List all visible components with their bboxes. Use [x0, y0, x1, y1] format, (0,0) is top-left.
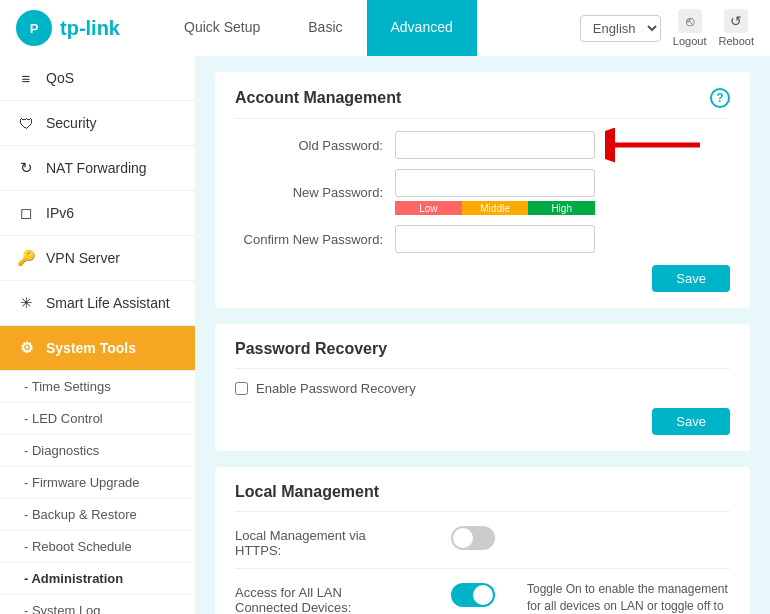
sidebar-item-nat[interactable]: ↻ NAT Forwarding [0, 146, 195, 191]
access-toggle-container [451, 581, 495, 607]
logout-icon: ⎋ [678, 9, 702, 33]
https-mgmt-row: Local Management viaHTTPS: [235, 524, 730, 569]
logo-text: tp-link [60, 17, 120, 40]
strength-middle: Middle [462, 201, 529, 215]
account-management-section: Account Management ? Old Password: [215, 72, 750, 308]
content-area: Account Management ? Old Password: [195, 56, 770, 614]
access-toggle[interactable] [451, 583, 495, 607]
recovery-save-row: Save [235, 408, 730, 435]
old-password-label: Old Password: [235, 138, 395, 153]
old-password-input[interactable] [395, 131, 595, 159]
confirm-password-row: Confirm New Password: [235, 225, 730, 253]
recovery-save-button[interactable]: Save [652, 408, 730, 435]
enable-recovery-row: Enable Password Recovery [235, 381, 730, 396]
strength-low: Low [395, 201, 462, 215]
red-arrow-icon [605, 125, 705, 165]
security-icon: 🛡 [16, 113, 36, 133]
new-password-input[interactable] [395, 169, 595, 197]
access-label: Access for All LANConnected Devices: [235, 581, 435, 614]
sidebar-item-security[interactable]: 🛡 Security [0, 101, 195, 146]
sidebar: ≡ QoS 🛡 Security ↻ NAT Forwarding ◻ IPv6… [0, 56, 195, 614]
old-password-row: Old Password: [235, 131, 730, 159]
access-devices-row: Access for All LANConnected Devices: Tog… [235, 581, 730, 614]
https-toggle[interactable] [451, 526, 495, 550]
access-toggle-knob [473, 585, 493, 605]
sidebar-item-qos[interactable]: ≡ QoS [0, 56, 195, 101]
password-recovery-section: Password Recovery Enable Password Recove… [215, 324, 750, 451]
logo-area: P tp-link [16, 10, 120, 46]
tab-advanced[interactable]: Advanced [367, 0, 477, 56]
https-label: Local Management viaHTTPS: [235, 524, 435, 558]
header: P tp-link Quick Setup Basic Advanced Eng… [0, 0, 770, 56]
account-management-title: Account Management ? [235, 88, 730, 119]
vpn-icon: 🔑 [16, 248, 36, 268]
sidebar-sub-reboot-schedule[interactable]: - Reboot Schedule [0, 531, 195, 563]
password-strength-bar: Low Middle High [395, 201, 595, 215]
account-save-button[interactable]: Save [652, 265, 730, 292]
enable-recovery-label: Enable Password Recovery [256, 381, 416, 396]
tp-link-logo-icon: P [16, 10, 52, 46]
access-description: Toggle On to enable the management for a… [527, 581, 730, 614]
reboot-button[interactable]: ↺ Reboot [719, 9, 754, 47]
new-password-input-area: Low Middle High [395, 169, 595, 215]
sidebar-sub-administration[interactable]: - Administration [0, 563, 195, 595]
sidebar-sub-system-log[interactable]: - System Log [0, 595, 195, 614]
system-tools-icon: ⚙ [16, 338, 36, 358]
new-password-label: New Password: [235, 185, 395, 200]
new-password-row: New Password: Low Middle High [235, 169, 730, 215]
svg-text:P: P [30, 21, 39, 36]
old-password-input-area [395, 131, 595, 159]
smart-life-icon: ✳ [16, 293, 36, 313]
sidebar-sub-backup[interactable]: - Backup & Restore [0, 499, 195, 531]
language-select[interactable]: English [580, 15, 661, 42]
nav-tabs: Quick Setup Basic Advanced [160, 0, 580, 56]
sidebar-sub-diagnostics[interactable]: - Diagnostics [0, 435, 195, 467]
qos-icon: ≡ [16, 68, 36, 88]
header-right: English ⎋ Logout ↺ Reboot [580, 9, 754, 47]
tab-quick-setup[interactable]: Quick Setup [160, 0, 284, 56]
help-icon[interactable]: ? [710, 88, 730, 108]
sidebar-sub-firmware[interactable]: - Firmware Upgrade [0, 467, 195, 499]
password-recovery-title: Password Recovery [235, 340, 730, 369]
sidebar-sub-time[interactable]: - Time Settings [0, 371, 195, 403]
reboot-icon: ↺ [724, 9, 748, 33]
confirm-password-input[interactable] [395, 225, 595, 253]
enable-recovery-checkbox[interactable] [235, 382, 248, 395]
sidebar-item-ipv6[interactable]: ◻ IPv6 [0, 191, 195, 236]
account-save-row: Save [235, 265, 730, 292]
https-toggle-container [451, 524, 495, 550]
strength-high: High [528, 201, 595, 215]
sidebar-item-system-tools[interactable]: ⚙ System Tools [0, 326, 195, 371]
main-layout: ≡ QoS 🛡 Security ↻ NAT Forwarding ◻ IPv6… [0, 56, 770, 614]
ipv6-icon: ◻ [16, 203, 36, 223]
nat-icon: ↻ [16, 158, 36, 178]
https-toggle-knob [453, 528, 473, 548]
local-management-title: Local Management [235, 483, 730, 512]
confirm-password-label: Confirm New Password: [235, 232, 395, 247]
logout-button[interactable]: ⎋ Logout [673, 9, 707, 47]
local-management-section: Local Management Local Management viaHTT… [215, 467, 750, 614]
tab-basic[interactable]: Basic [284, 0, 366, 56]
sidebar-item-smart-life[interactable]: ✳ Smart Life Assistant [0, 281, 195, 326]
sidebar-sub-led[interactable]: - LED Control [0, 403, 195, 435]
sidebar-item-vpn[interactable]: 🔑 VPN Server [0, 236, 195, 281]
